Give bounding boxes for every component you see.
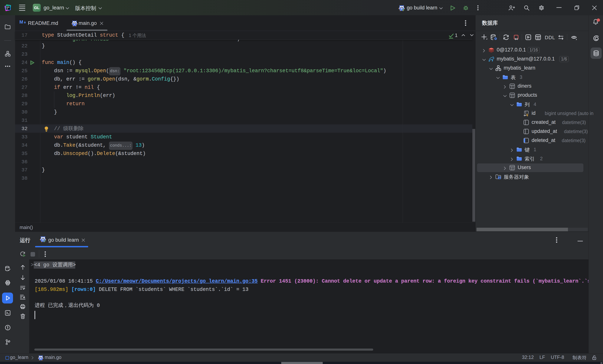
svg-text:GO: GO: [6, 6, 10, 8]
